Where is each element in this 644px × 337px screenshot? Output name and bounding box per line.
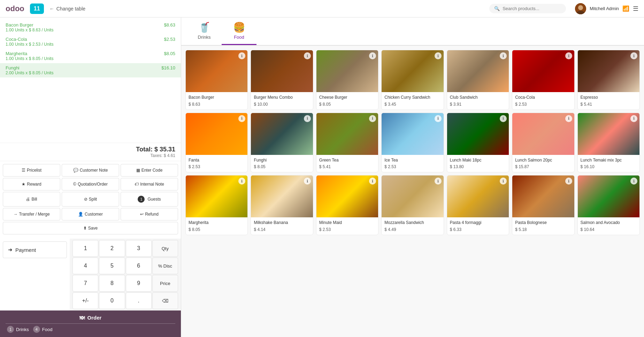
order-item[interactable]: Coca-Cola $2.53 1.00 Units x $ 2.53 / Un… xyxy=(0,35,181,49)
numpad-key-qty[interactable]: Qty xyxy=(152,240,178,257)
numpad-key----[interactable]: +/- xyxy=(72,292,98,309)
product-info-icon[interactable]: ℹ xyxy=(435,52,442,59)
product-card[interactable]: ℹ Milkshake Banana $ 4.14 xyxy=(251,175,313,235)
product-price: $ 2.53 xyxy=(319,227,375,232)
numpad-key-8[interactable]: 8 xyxy=(99,275,125,292)
numpad-key---disc[interactable]: % Disc xyxy=(152,257,178,274)
product-card[interactable]: ℹ Salmon and Avocado $ 10.64 xyxy=(577,175,640,235)
reward-button[interactable]: ★ Reward xyxy=(3,178,60,190)
product-info-icon[interactable]: ℹ xyxy=(500,115,507,122)
customer-button[interactable]: 👤 Customer xyxy=(62,208,119,220)
product-card[interactable]: ℹ Minute Maid $ 2.53 xyxy=(316,175,378,235)
product-details: Lunch Salmon 20pc $ 15.87 xyxy=(512,155,574,172)
numpad-key--[interactable]: ⌫ xyxy=(152,292,178,309)
product-card[interactable]: ℹ Funghi $ 8.05 xyxy=(251,113,313,173)
guests-count-badge: 1 xyxy=(138,196,145,203)
search-input[interactable] xyxy=(503,6,561,11)
product-card[interactable]: ℹ Green Tea $ 5.41 xyxy=(316,113,378,173)
product-price: $ 16.10 xyxy=(581,164,637,169)
product-details: Fanta $ 2.53 xyxy=(186,155,247,172)
payment-arrow-icon: ➜ xyxy=(8,247,13,253)
taxes-label: Taxes: xyxy=(151,153,163,158)
product-card[interactable]: ℹ Lunch Salmon 20pc $ 15.87 xyxy=(512,113,574,173)
table-badge[interactable]: 11 xyxy=(30,3,44,14)
payment-button[interactable]: ➜ Payment xyxy=(3,241,67,258)
product-info-icon[interactable]: ℹ xyxy=(304,115,311,122)
numpad-key-0[interactable]: 0 xyxy=(99,292,125,309)
order-item-detail: 1.00 Units x $ 2.53 / Units xyxy=(6,42,175,47)
product-info-icon[interactable]: ℹ xyxy=(238,178,245,185)
product-card[interactable]: ℹ Ice Tea $ 2.53 xyxy=(381,113,444,173)
numpad-key-9[interactable]: 9 xyxy=(126,275,152,292)
product-info-icon[interactable]: ℹ xyxy=(238,115,245,122)
category-tab-food[interactable]: 🍔 Food xyxy=(222,17,256,45)
product-card[interactable]: ℹ Chicken Curry Sandwich $ 3.45 xyxy=(381,50,444,110)
numpad-key-5[interactable]: 5 xyxy=(99,257,125,274)
user-area: Mitchell Admin 📶 ☰ xyxy=(575,3,638,14)
product-card[interactable]: ℹ Cheese Burger $ 8.05 xyxy=(316,50,378,110)
numpad-key-6[interactable]: 6 xyxy=(126,257,152,274)
product-info-icon[interactable]: ℹ xyxy=(435,115,442,122)
product-info-icon[interactable]: ℹ xyxy=(565,178,572,185)
product-info-icon[interactable]: ℹ xyxy=(630,52,637,59)
product-card[interactable]: ℹ Pasta Bolognese $ 5.18 xyxy=(512,175,574,235)
product-info-icon[interactable]: ℹ xyxy=(369,115,376,122)
product-info-icon[interactable]: ℹ xyxy=(500,52,507,59)
product-info-icon[interactable]: ℹ xyxy=(630,115,637,122)
customer-note-button[interactable]: 💬 Customer Note xyxy=(62,164,119,177)
product-price: $ 8.05 xyxy=(319,102,375,107)
enter-code-button[interactable]: ▦ Enter Code xyxy=(121,164,178,177)
transfer-merge-button[interactable]: → Transfer / Merge xyxy=(3,208,60,220)
split-button[interactable]: ⊘ Split xyxy=(62,192,119,207)
product-card[interactable]: ℹ Bacon Burger $ 8.63 xyxy=(185,50,248,110)
split-icon: ⊘ xyxy=(84,197,87,202)
numpad-key-3[interactable]: 3 xyxy=(126,240,152,257)
product-info-icon[interactable]: ℹ xyxy=(238,52,245,59)
product-info-icon[interactable]: ℹ xyxy=(304,178,311,185)
hamburger-menu-icon[interactable]: ☰ xyxy=(633,5,638,13)
search-bar[interactable]: 🔍 xyxy=(489,4,566,13)
product-info-icon[interactable]: ℹ xyxy=(500,178,507,185)
internal-note-button[interactable]: 🏷 Internal Note xyxy=(121,178,178,190)
bill-button[interactable]: 🖨 Bill xyxy=(3,192,60,207)
order-item[interactable]: Bacon Burger $8.63 1.00 Units x $ 8.63 /… xyxy=(0,20,181,35)
product-card[interactable]: ℹ Lunch Maki 18pc $ 13.80 xyxy=(447,113,509,173)
taxes-line: Taxes: $ 4.61 xyxy=(6,153,175,158)
product-card[interactable]: ℹ Mozzarella Sandwich $ 4.49 xyxy=(381,175,444,235)
product-card[interactable]: ℹ Coca-Cola $ 2.53 xyxy=(512,50,574,110)
product-details: Pasta Bolognese $ 5.18 xyxy=(512,217,574,235)
guests-button[interactable]: 1 Guests xyxy=(121,192,178,207)
product-info-icon[interactable]: ℹ xyxy=(369,52,376,59)
product-info-icon[interactable]: ℹ xyxy=(369,178,376,185)
product-card[interactable]: ℹ Pasta 4 formaggi $ 6.33 xyxy=(447,175,509,235)
order-item[interactable]: Funghi $16.10 2.00 Units x $ 8.05 / Unit… xyxy=(0,63,181,77)
quotation-order-button[interactable]: © Quotation/Order xyxy=(62,178,119,190)
product-card[interactable]: ℹ Espresso $ 5.41 xyxy=(577,50,640,110)
product-info-icon[interactable]: ℹ xyxy=(630,178,637,185)
numpad-key-2[interactable]: 2 xyxy=(99,240,125,257)
numpad-key-price[interactable]: Price xyxy=(152,275,178,292)
numpad-key-7[interactable]: 7 xyxy=(72,275,98,292)
product-info-icon[interactable]: ℹ xyxy=(304,52,311,59)
product-card[interactable]: ℹ Club Sandwich $ 3.91 xyxy=(447,50,509,110)
save-button[interactable]: ⬆ Save xyxy=(3,222,178,234)
numpad-key-1[interactable]: 1 xyxy=(72,240,98,257)
order-tab-food[interactable]: 4 Food xyxy=(33,326,53,333)
numpad-key-4[interactable]: 4 xyxy=(72,257,98,274)
order-item[interactable]: Margherita $8.05 1.00 Units x $ 8.05 / U… xyxy=(0,49,181,63)
product-info-icon[interactable]: ℹ xyxy=(565,115,572,122)
product-card[interactable]: ℹ Burger Menu Combo $ 10.00 xyxy=(251,50,313,110)
change-table-button[interactable]: ← Change table xyxy=(49,6,85,12)
numpad-key--[interactable]: . xyxy=(126,292,152,309)
pricelist-button[interactable]: ☰ Pricelist xyxy=(3,164,60,177)
order-tab-drinks[interactable]: 1 Drinks xyxy=(7,326,29,333)
product-image: ℹ xyxy=(447,175,509,217)
category-tab-drinks[interactable]: 🥤 Drinks xyxy=(187,17,222,45)
product-card[interactable]: ℹ Fanta $ 2.53 xyxy=(185,113,248,173)
product-card[interactable]: ℹ Margherita $ 8.05 xyxy=(185,175,248,235)
product-info-icon[interactable]: ℹ xyxy=(435,178,442,185)
product-details: Lunch Maki 18pc $ 13.80 xyxy=(447,155,509,172)
refund-button[interactable]: ↩ Refund xyxy=(121,208,178,220)
product-info-icon[interactable]: ℹ xyxy=(565,52,572,59)
product-card[interactable]: ℹ Lunch Temaki mix 3pc $ 16.10 xyxy=(577,113,640,173)
